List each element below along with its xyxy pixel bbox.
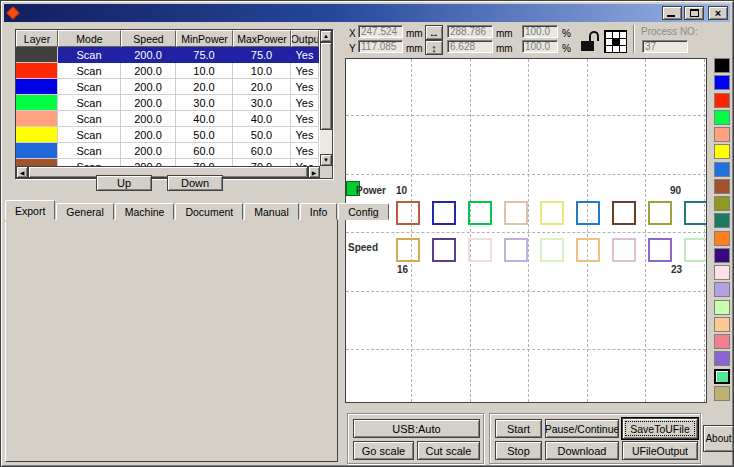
y-coord-label: Y — [349, 43, 356, 54]
palette-swatch-13[interactable] — [714, 282, 730, 297]
height-field[interactable]: 6.628 — [447, 40, 493, 53]
width-field[interactable]: 288.786 — [447, 25, 493, 38]
layer-cell: 70.0 — [233, 159, 291, 166]
stop-button[interactable]: Stop — [495, 441, 542, 460]
tab-config[interactable]: Config — [338, 203, 388, 220]
layer-cell: Scan — [58, 111, 121, 127]
palette-swatch-7[interactable] — [714, 179, 730, 194]
layer-table-vscrollbar[interactable]: ▲ ▼ — [320, 30, 332, 166]
layer-cell: 200.0 — [121, 143, 176, 159]
scroll-left-icon[interactable]: ◀ — [16, 166, 28, 178]
palette-swatch-15[interactable] — [714, 317, 730, 332]
column-header-mode[interactable]: Mode — [58, 30, 121, 47]
minimize-button[interactable] — [662, 6, 682, 20]
ufile-output-button[interactable]: UFileOutput — [622, 441, 698, 460]
palette-swatch-6[interactable] — [714, 162, 730, 177]
layer-table-row[interactable]: Scan200.070.070.0Yes — [16, 159, 320, 166]
y-scale-field[interactable]: 100.0 — [522, 40, 558, 53]
tab-info[interactable]: Info — [300, 203, 338, 220]
speed-test-square — [468, 238, 492, 262]
x-coord-field[interactable]: 247.524 — [358, 25, 403, 38]
layer-color-swatch — [16, 111, 58, 127]
palette-swatch-5[interactable] — [714, 144, 730, 159]
layer-cell: Yes — [291, 79, 319, 95]
scroll-down-icon[interactable]: ▼ — [320, 154, 332, 166]
palette-swatch-2[interactable] — [714, 93, 730, 108]
layer-down-button[interactable]: Down — [167, 175, 223, 191]
grid-line-vertical — [587, 59, 588, 402]
titlebar: × — [4, 4, 730, 22]
layer-table-row[interactable]: Scan200.075.075.0Yes — [16, 47, 320, 63]
layer-cell: 200.0 — [121, 95, 176, 111]
palette-swatch-12[interactable] — [714, 265, 730, 280]
mm-label: mm — [406, 43, 423, 54]
percent-label: % — [562, 28, 571, 39]
layer-cell: 200.0 — [121, 47, 176, 63]
palette-swatch-8[interactable] — [714, 196, 730, 211]
palette-swatch-17[interactable] — [714, 351, 730, 366]
cut-scale-button[interactable]: Cut scale — [417, 441, 480, 460]
column-header-minpower[interactable]: MinPower — [176, 30, 233, 47]
mm-label: mm — [496, 43, 513, 54]
power-min-label: 10 — [396, 185, 407, 196]
tab-general[interactable]: General — [56, 203, 113, 220]
layer-table-row[interactable]: Scan200.020.020.0Yes — [16, 79, 320, 95]
layer-table-row[interactable]: Scan200.050.050.0Yes — [16, 127, 320, 143]
speed-min-label: 16 — [397, 264, 408, 275]
power-test-square — [648, 201, 672, 225]
layer-table-row[interactable]: Scan200.040.040.0Yes — [16, 111, 320, 127]
lock-icon[interactable] — [581, 31, 599, 51]
grid-line-horizontal — [346, 291, 706, 292]
process-no-field[interactable]: 37 — [642, 40, 688, 53]
layer-cell: 10.0 — [233, 63, 291, 79]
column-header-outpu[interactable]: Outpu — [291, 30, 319, 47]
y-coord-field[interactable]: 117.085 — [358, 40, 403, 53]
palette-swatch-11[interactable] — [714, 248, 730, 263]
layer-cell: 50.0 — [176, 127, 233, 143]
tab-export[interactable]: Export — [5, 200, 55, 220]
tab-manual[interactable]: Manual — [244, 203, 298, 220]
grid-line-horizontal — [346, 232, 706, 233]
about-button[interactable]: About — [703, 425, 734, 452]
grid-line-horizontal — [346, 115, 706, 116]
canvas[interactable]: Power 10 90 Speed 16 23 — [345, 58, 707, 403]
x-scale-field[interactable]: 100.0 — [522, 25, 558, 38]
grid-line-vertical — [528, 59, 529, 402]
speed-test-square — [396, 238, 420, 262]
scroll-up-icon[interactable]: ▲ — [320, 30, 332, 42]
palette-swatch-4[interactable] — [714, 127, 730, 142]
download-button[interactable]: Download — [545, 441, 619, 460]
palette-swatch-9[interactable] — [714, 213, 730, 228]
vscroll-thumb[interactable] — [320, 42, 332, 130]
lock-body — [581, 41, 594, 51]
palette-swatch-14[interactable] — [714, 300, 730, 315]
maximize-button[interactable] — [684, 6, 704, 20]
palette-swatch-18[interactable] — [714, 369, 730, 384]
power-test-square — [576, 201, 600, 225]
column-header-maxpower[interactable]: MaxPower — [233, 30, 291, 47]
scroll-right-icon[interactable]: ▶ — [308, 166, 320, 178]
column-header-layer[interactable]: Layer — [16, 30, 58, 47]
pause-continue-button[interactable]: Pause/Continue — [545, 419, 619, 438]
layer-cell: 200.0 — [121, 79, 176, 95]
palette-swatch-0[interactable] — [714, 58, 730, 73]
palette-swatch-16[interactable] — [714, 334, 730, 349]
palette-swatch-19[interactable] — [714, 386, 730, 401]
palette-swatch-3[interactable] — [714, 110, 730, 125]
layer-table-row[interactable]: Scan200.030.030.0Yes — [16, 95, 320, 111]
palette-swatch-1[interactable] — [714, 75, 730, 90]
palette-swatch-10[interactable] — [714, 231, 730, 246]
go-scale-button[interactable]: Go scale — [353, 441, 414, 460]
layer-table-row[interactable]: Scan200.010.010.0Yes — [16, 63, 320, 79]
speed-max-label: 23 — [671, 264, 682, 275]
layer-up-button[interactable]: Up — [96, 175, 152, 191]
close-button[interactable]: × — [708, 6, 728, 20]
column-header-speed[interactable]: Speed — [121, 30, 176, 47]
usb-mode-button[interactable]: USB:Auto — [353, 419, 480, 438]
layer-table-row[interactable]: Scan200.060.060.0Yes — [16, 143, 320, 159]
save-to-ufile-button[interactable]: SaveToUFile — [622, 418, 698, 439]
anchor-grid-icon[interactable] — [604, 30, 627, 53]
tab-document[interactable]: Document — [175, 203, 243, 220]
start-button[interactable]: Start — [495, 419, 542, 438]
tab-machine[interactable]: Machine — [115, 203, 175, 220]
